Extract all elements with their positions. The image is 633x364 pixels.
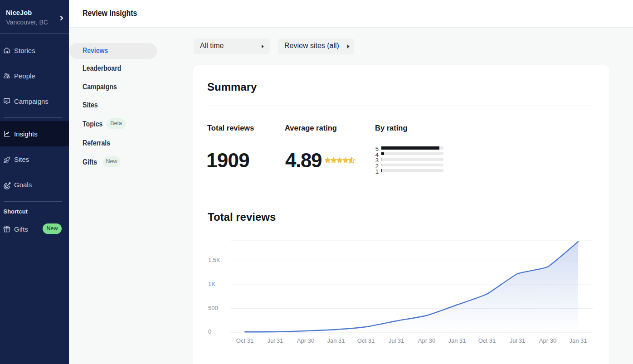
svg-text:Apr 30: Apr 30 — [297, 337, 314, 344]
svg-text:1.5K: 1.5K — [208, 257, 220, 263]
svg-text:Apr 30: Apr 30 — [418, 337, 435, 344]
svg-text:Jul 31: Jul 31 — [510, 337, 526, 344]
svg-text:Jul 31: Jul 31 — [268, 337, 283, 344]
svg-text:500: 500 — [208, 305, 218, 311]
svg-text:Apr 30: Apr 30 — [539, 337, 556, 344]
svg-text:Oct 31: Oct 31 — [357, 337, 375, 344]
svg-text:0: 0 — [208, 328, 211, 335]
svg-text:Jan 31: Jan 31 — [327, 337, 345, 344]
svg-text:Jan 31: Jan 31 — [448, 337, 466, 344]
svg-text:Jul 31: Jul 31 — [389, 337, 404, 344]
svg-text:Jan 31: Jan 31 — [569, 337, 587, 344]
svg-text:Oct 31: Oct 31 — [236, 337, 253, 344]
svg-text:1K: 1K — [208, 281, 215, 287]
svg-text:Oct 31: Oct 31 — [478, 337, 496, 344]
